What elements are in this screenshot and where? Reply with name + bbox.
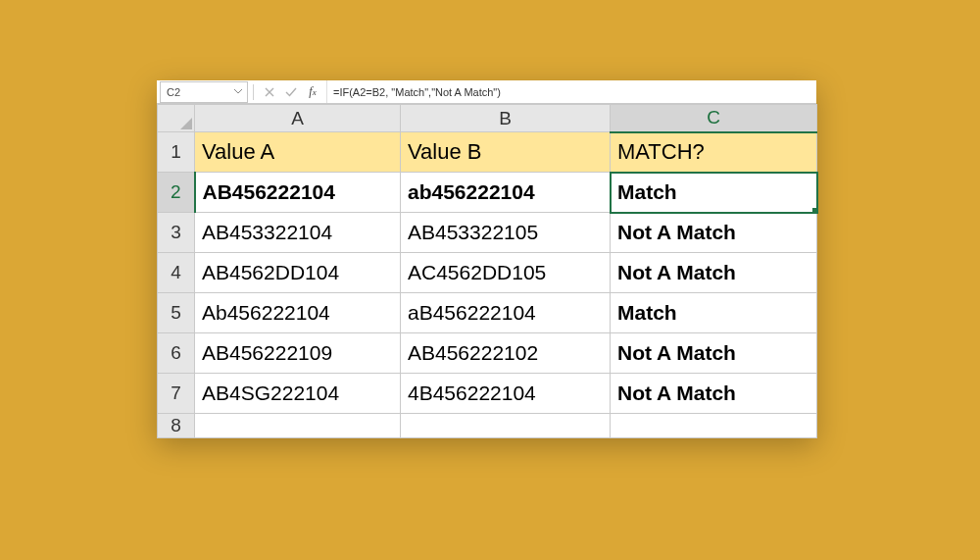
row-header-5[interactable]: 5 [158,293,195,333]
cell-A5[interactable]: Ab456222104 [195,293,401,333]
cell-A2[interactable]: AB456222104 [195,173,401,213]
cell-B6[interactable]: AB456222102 [401,333,611,374]
separator [253,84,254,100]
cell-C8[interactable] [611,414,817,438]
row-header-4[interactable]: 4 [158,253,195,293]
select-all-corner[interactable] [158,105,195,132]
formula-text: =IF(A2=B2, "Match","Not A Match") [333,86,501,98]
cell-B5[interactable]: aB456222104 [401,293,611,333]
col-header-c[interactable]: C [611,105,817,132]
cell-B7[interactable]: 4B456222104 [401,374,611,414]
row-header-3[interactable]: 3 [158,213,195,253]
name-box[interactable]: C2 [160,81,248,103]
row-header-7[interactable]: 7 [158,374,195,414]
cell-C5[interactable]: Match [611,293,817,333]
cell-C4[interactable]: Not A Match [611,253,817,293]
chevron-down-icon[interactable] [231,85,245,99]
cell-B8[interactable] [401,414,611,438]
cell-A4[interactable]: AB4562DD104 [195,253,401,293]
cell-A1[interactable]: Value A [195,132,401,173]
cell-A7[interactable]: AB4SG222104 [195,374,401,414]
cell-C7[interactable]: Not A Match [611,374,817,414]
formula-buttons: fx [256,82,326,102]
cell-B1[interactable]: Value B [401,132,611,173]
row-header-2[interactable]: 2 [158,173,195,213]
spreadsheet-window: C2 fx =IF(A2=B2, "Match","Not A Match") [157,80,816,438]
col-header-b[interactable]: B [401,105,611,132]
cell-B4[interactable]: AC4562DD105 [401,253,611,293]
spreadsheet-grid: A B C 1 Value A Value B MATCH? 2 AB45622… [157,104,817,438]
formula-input[interactable]: =IF(A2=B2, "Match","Not A Match") [326,80,816,103]
formula-bar: C2 fx =IF(A2=B2, "Match","Not A Match") [157,80,816,104]
cell-A8[interactable] [195,414,401,438]
cell-A3[interactable]: AB453322104 [195,213,401,253]
cell-B2[interactable]: ab456222104 [401,173,611,213]
row-header-1[interactable]: 1 [158,132,195,173]
cancel-icon[interactable] [260,82,279,102]
fx-icon[interactable]: fx [303,82,322,102]
cell-B3[interactable]: AB453322105 [401,213,611,253]
cell-C3[interactable]: Not A Match [611,213,817,253]
cell-C2[interactable]: Match [611,173,817,213]
enter-icon[interactable] [281,82,301,102]
cell-A6[interactable]: AB456222109 [195,333,401,374]
name-box-value: C2 [167,86,180,98]
col-header-a[interactable]: A [195,105,401,132]
row-header-6[interactable]: 6 [158,333,195,374]
cell-C6[interactable]: Not A Match [611,333,817,374]
row-header-8[interactable]: 8 [158,414,195,438]
cell-C1[interactable]: MATCH? [611,132,817,173]
